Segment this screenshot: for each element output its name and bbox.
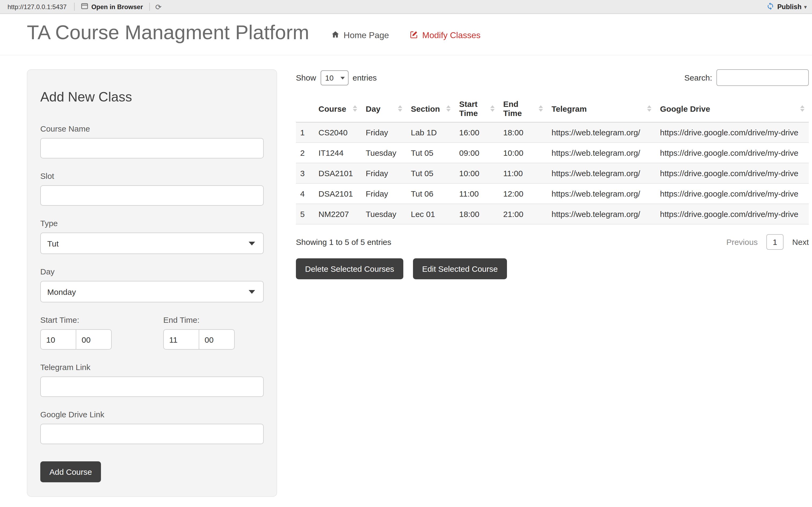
cell-telegram: https://web.telegram.org/	[547, 122, 656, 143]
edit-icon	[409, 30, 419, 41]
type-select-wrap: Tut	[40, 233, 264, 254]
entries-label: entries	[353, 73, 377, 82]
table-header-day[interactable]: Day	[361, 95, 407, 122]
end-hour-input[interactable]	[163, 329, 199, 350]
cell-course: IT1244	[314, 143, 361, 163]
address-field[interactable]: http://127.0.0.1:5437	[5, 3, 69, 10]
show-label: Show	[296, 73, 316, 82]
pagination: Previous 1 Next	[727, 234, 809, 250]
table-row[interactable]: 1 CS2040 Friday Lab 1D 16:00 18:00 https…	[296, 122, 809, 143]
sort-icon	[446, 105, 451, 112]
day-select[interactable]: Monday	[40, 281, 264, 302]
row-index: 5	[296, 204, 314, 224]
cell-section: Tut 06	[407, 183, 455, 204]
end-time-label: End Time:	[163, 315, 235, 324]
table-row[interactable]: 3 DSA2101 Friday Tut 05 10:00 11:00 http…	[296, 163, 809, 183]
type-group: Type Tut	[40, 219, 264, 254]
cell-start: 16:00	[455, 122, 499, 143]
pagination-next[interactable]: Next	[792, 237, 809, 246]
start-minute-input[interactable]	[76, 329, 112, 350]
main-content: Add New Class Course Name Slot Type Tut …	[0, 55, 812, 497]
cell-end: 21:00	[499, 204, 547, 224]
sort-icon	[353, 105, 357, 112]
table-controls: Show 10 entries Search:	[296, 69, 809, 86]
browser-window-icon	[81, 2, 88, 11]
cell-course: DSA2101	[314, 183, 361, 204]
entries-summary: Showing 1 to 5 of 5 entries	[296, 237, 391, 246]
table-header-gdrive[interactable]: Google Drive	[656, 95, 809, 122]
cell-section: Tut 05	[407, 163, 455, 183]
table-header-end-time[interactable]: End Time	[499, 95, 547, 122]
cell-gdrive: https://drive.google.com/drive/my-drive	[656, 143, 809, 163]
pagination-previous[interactable]: Previous	[727, 237, 758, 246]
end-time-group: End Time:	[163, 315, 235, 350]
search-label: Search:	[685, 73, 712, 82]
refresh-icon[interactable]: ⟳	[155, 3, 161, 10]
cell-end: 11:00	[499, 163, 547, 183]
page-size-select-wrap: 10	[321, 70, 348, 85]
nav-modify-classes[interactable]: Modify Classes	[409, 30, 481, 41]
type-label: Type	[40, 219, 264, 228]
publish-button[interactable]: Publish ▾	[767, 2, 807, 11]
telegram-group: Telegram Link	[40, 362, 264, 397]
app-root: http://127.0.0.1:5437 Open in Browser ⟳ …	[0, 0, 812, 507]
cell-gdrive: https://drive.google.com/drive/my-drive	[656, 163, 809, 183]
cell-section: Tut 05	[407, 143, 455, 163]
cell-telegram: https://web.telegram.org/	[547, 204, 656, 224]
chevron-down-icon: ▾	[804, 4, 807, 9]
start-time-label: Start Time:	[40, 315, 112, 324]
page-size-select[interactable]: 10	[321, 70, 348, 85]
page-header: TA Course Managment Platform Home Page M…	[0, 14, 812, 55]
edit-selected-button[interactable]: Edit Selected Course	[413, 258, 507, 279]
cell-end: 18:00	[499, 122, 547, 143]
page-title: TA Course Managment Platform	[27, 21, 309, 44]
cell-telegram: https://web.telegram.org/	[547, 163, 656, 183]
slot-input[interactable]	[40, 185, 264, 206]
nav-home-label: Home Page	[344, 31, 389, 40]
cell-day: Friday	[361, 163, 407, 183]
cell-course: NM2207	[314, 204, 361, 224]
delete-selected-button[interactable]: Delete Selected Courses	[296, 258, 403, 279]
open-in-browser-button[interactable]: Open in Browser	[80, 2, 144, 11]
table-header-course[interactable]: Course	[314, 95, 361, 122]
nav-home-page[interactable]: Home Page	[331, 30, 389, 41]
cell-telegram: https://web.telegram.org/	[547, 183, 656, 204]
gdrive-link-input[interactable]	[40, 424, 264, 444]
courses-table-section: Show 10 entries Search:	[296, 69, 809, 279]
cell-section: Lab 1D	[407, 122, 455, 143]
sort-icon	[800, 105, 805, 112]
type-select[interactable]: Tut	[40, 233, 264, 254]
publish-label: Publish	[777, 3, 802, 10]
open-in-browser-label: Open in Browser	[91, 3, 143, 10]
courses-table: Course Day Section Start Time End Time T…	[296, 95, 809, 225]
start-hour-input[interactable]	[40, 329, 76, 350]
sort-icon	[647, 105, 651, 112]
cell-start: 18:00	[455, 204, 499, 224]
cell-start: 11:00	[455, 183, 499, 204]
search-control: Search:	[685, 69, 809, 86]
home-icon	[331, 30, 340, 41]
end-minute-input[interactable]	[199, 329, 235, 350]
sort-icon	[490, 105, 495, 112]
sync-icon	[767, 2, 775, 11]
table-row[interactable]: 4 DSA2101 Friday Tut 06 11:00 12:00 http…	[296, 183, 809, 204]
cell-telegram: https://web.telegram.org/	[547, 143, 656, 163]
start-time-group: Start Time:	[40, 315, 112, 350]
search-input[interactable]	[716, 69, 809, 86]
add-course-button[interactable]: Add Course	[40, 461, 101, 482]
pagination-page-1[interactable]: 1	[766, 234, 784, 250]
cell-end: 12:00	[499, 183, 547, 204]
table-header-telegram[interactable]: Telegram	[547, 95, 656, 122]
table-row[interactable]: 2 IT1244 Tuesday Tut 05 09:00 10:00 http…	[296, 143, 809, 163]
table-header-section[interactable]: Section	[407, 95, 455, 122]
cell-course: DSA2101	[314, 163, 361, 183]
cell-end: 10:00	[499, 143, 547, 163]
gdrive-group: Google Drive Link	[40, 410, 264, 444]
table-row[interactable]: 5 NM2207 Tuesday Lec 01 18:00 21:00 http…	[296, 204, 809, 224]
cell-section: Lec 01	[407, 204, 455, 224]
page-size-control: Show 10 entries	[296, 70, 377, 85]
table-header-start-time[interactable]: Start Time	[455, 95, 499, 122]
course-name-input[interactable]	[40, 138, 264, 158]
telegram-link-input[interactable]	[40, 377, 264, 397]
cell-day: Tuesday	[361, 143, 407, 163]
